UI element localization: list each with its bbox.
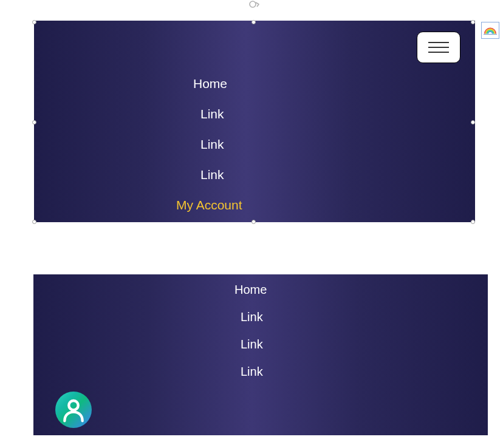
selection-handle[interactable] [471, 120, 475, 124]
hamburger-button[interactable] [417, 32, 460, 63]
svg-point-2 [69, 401, 78, 410]
anchor-rotate-icon [248, 0, 262, 10]
nav-panel-top: Home Link Link Link My Account [34, 21, 475, 222]
nav-item-home[interactable]: Home [193, 76, 227, 91]
selection-handle[interactable] [32, 20, 36, 24]
nav-item-home[interactable]: Home [234, 283, 267, 297]
nav-list-top: Home Link Link Link My Account [34, 76, 475, 212]
nav-panel-bottom: Home Link Link Link [33, 274, 488, 435]
selection-handle[interactable] [471, 20, 475, 24]
nav-item-link[interactable]: Link [234, 310, 263, 324]
nav-item-link[interactable]: Link [234, 365, 263, 379]
nav-item-link[interactable]: Link [193, 107, 224, 121]
user-icon [60, 396, 87, 423]
rainbow-icon [484, 25, 497, 36]
nav-item-my-account[interactable]: My Account [176, 198, 242, 212]
svg-point-0 [250, 1, 256, 7]
picture-format-button[interactable] [481, 22, 499, 39]
nav-item-link[interactable]: Link [193, 168, 224, 182]
nav-item-link[interactable]: Link [193, 137, 224, 152]
nav-list-bottom: Home Link Link Link [33, 283, 488, 379]
nav-item-link[interactable]: Link [234, 338, 263, 351]
hamburger-bar [428, 42, 449, 43]
hamburger-bar [428, 47, 449, 48]
selection-handle[interactable] [32, 220, 36, 224]
selection-handle[interactable] [252, 220, 256, 224]
user-avatar-button[interactable] [55, 392, 92, 428]
selection-handle[interactable] [252, 20, 256, 24]
hamburger-bar [428, 52, 449, 53]
selection-handle[interactable] [471, 220, 475, 224]
selection-handle[interactable] [32, 120, 36, 124]
